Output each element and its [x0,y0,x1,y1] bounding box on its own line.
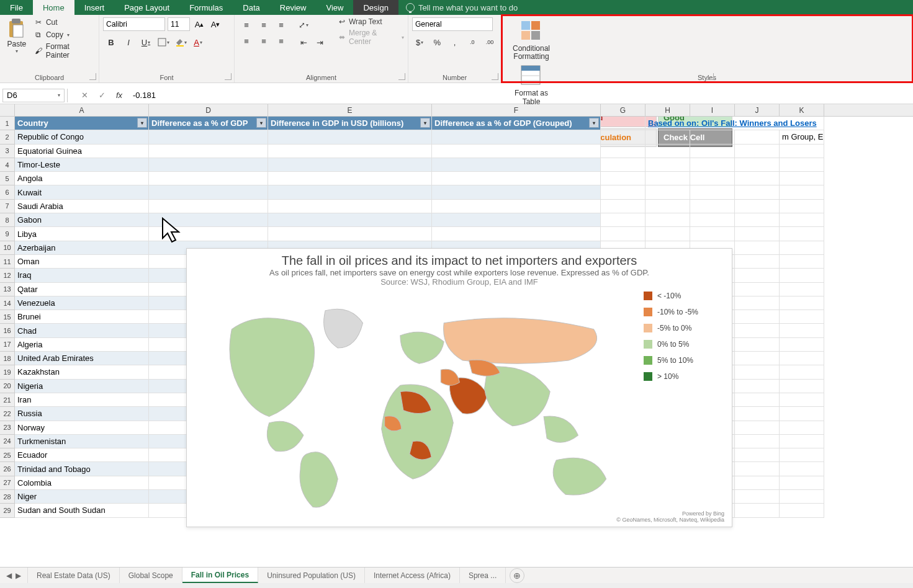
tab-file[interactable]: File [0,0,33,15]
align-top-button[interactable]: ≡ [238,17,254,32]
row-header[interactable]: 22 [0,407,15,421]
cell[interactable] [735,283,780,296]
cell[interactable]: Trinidad and Tobago [15,462,149,476]
row-header[interactable]: 25 [0,448,15,462]
cell[interactable] [735,200,780,213]
cell[interactable]: Difference as a % of GDP▾ [149,117,268,130]
cell[interactable] [149,130,268,144]
cell[interactable] [645,158,690,172]
cell[interactable] [432,185,601,199]
column-header[interactable]: G [601,104,645,116]
paste-button[interactable]: Paste ▾ [4,17,30,54]
cell[interactable]: Russia [15,407,149,421]
cell[interactable]: Azerbaijan [15,241,149,255]
cell[interactable] [735,380,780,393]
cell[interactable] [735,476,780,490]
cell[interactable] [268,213,432,227]
row-header[interactable]: 21 [0,393,15,407]
sheet-tab[interactable]: Sprea ... [460,568,506,583]
cell[interactable] [268,158,432,172]
cell[interactable]: Gabon [15,213,149,227]
tab-design[interactable]: Design [353,0,398,15]
cell[interactable] [432,200,601,213]
cell[interactable] [780,310,824,324]
column-header[interactable]: J [735,104,780,116]
cell[interactable] [780,380,824,393]
cell[interactable] [149,172,268,185]
cell[interactable] [268,227,432,241]
font-name-input[interactable] [103,17,165,31]
cell[interactable] [735,185,780,199]
cell[interactable] [268,185,432,199]
row-header[interactable]: 16 [0,324,15,337]
row-header[interactable]: 26 [0,462,15,476]
cell[interactable] [780,185,824,199]
cell[interactable] [780,476,824,490]
percent-format-button[interactable]: % [430,35,444,50]
conditional-formatting-button[interactable]: Conditional Formatting [506,19,556,61]
cell[interactable]: Qatar [15,283,149,296]
cell[interactable] [780,255,824,269]
cell[interactable] [735,365,780,379]
cell[interactable]: Country▾ [15,117,149,130]
cell[interactable] [735,310,780,324]
cell[interactable] [601,227,645,241]
cell[interactable] [690,158,735,172]
cell[interactable] [601,200,645,213]
row-header[interactable]: 4 [0,158,15,172]
cell[interactable]: Republic of Congo [15,130,149,144]
number-format-select[interactable] [412,17,493,31]
cell[interactable] [149,200,268,213]
cell[interactable] [601,158,645,172]
cell[interactable] [735,421,780,435]
cell[interactable] [690,145,735,158]
tab-formulas[interactable]: Formulas [179,0,233,15]
cell[interactable] [780,227,824,241]
cell[interactable] [735,158,780,172]
cell[interactable] [432,130,601,144]
filter-dropdown[interactable]: ▾ [420,118,430,128]
font-size-input[interactable] [168,17,190,31]
cell[interactable] [780,296,824,310]
cell[interactable] [780,158,824,172]
cell[interactable] [432,172,601,185]
cell[interactable] [735,241,780,255]
cell[interactable] [149,145,268,158]
cell[interactable] [149,227,268,241]
cell[interactable]: m Group, EIA, and IMF [780,130,824,144]
cell[interactable] [645,145,690,158]
cell[interactable] [735,490,780,504]
cell[interactable] [735,504,780,517]
border-button[interactable] [155,35,171,50]
merge-center-button[interactable]: ⬌Merge & Center▾ [339,29,404,46]
cell[interactable] [735,269,780,282]
column-header[interactable]: A [15,104,149,116]
align-left-button[interactable]: ≡ [238,33,254,48]
cell[interactable] [645,213,690,227]
tab-view[interactable]: View [316,0,353,15]
format-as-table-button[interactable]: Format as Table [506,63,556,105]
bold-button[interactable]: B [103,35,119,50]
cell[interactable] [735,145,780,158]
cell[interactable] [601,213,645,227]
cell[interactable] [645,185,690,199]
cell[interactable]: Equatorial Guinea [15,145,149,158]
cell[interactable] [601,172,645,185]
source-link[interactable]: Based on on: Oil's Fall: Winners and Los… [645,117,824,130]
align-bottom-button[interactable]: ≡ [273,17,289,32]
comma-format-button[interactable]: , [447,35,462,50]
cell[interactable]: Ecuador [15,448,149,462]
cell[interactable]: United Arab Emirates [15,352,149,365]
row-header[interactable]: 5 [0,172,15,185]
cell[interactable] [780,504,824,517]
accounting-format-button[interactable]: $ [412,35,427,50]
cell[interactable]: Venezuela [15,296,149,310]
cell[interactable]: Timor-Leste [15,158,149,172]
cell[interactable] [268,145,432,158]
decrease-indent-button[interactable]: ⇤ [295,35,312,50]
cell[interactable] [645,200,690,213]
cell[interactable] [149,213,268,227]
cell[interactable] [735,462,780,476]
cell[interactable]: Kazakhstan [15,365,149,379]
add-sheet-button[interactable]: ⊕ [510,568,524,583]
